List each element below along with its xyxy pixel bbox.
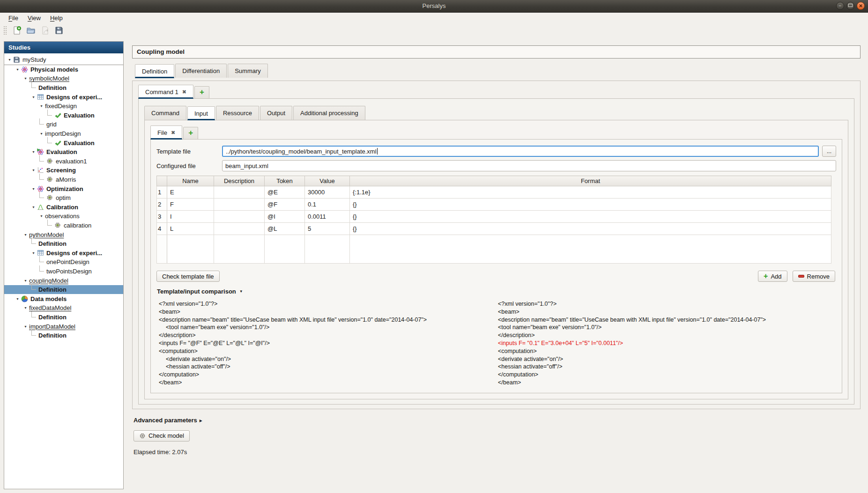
tree-item-definition[interactable]: Definition: [4, 239, 123, 249]
check-model-button[interactable]: Check model: [134, 430, 190, 441]
cell-format[interactable]: {}: [350, 223, 831, 235]
tree-item-amorris[interactable]: aMorris: [4, 175, 123, 184]
expander-icon[interactable]: ▼: [31, 169, 36, 172]
tree-item-couplingmodel[interactable]: ▼couplingModel: [4, 276, 123, 285]
open-study-button[interactable]: [24, 24, 37, 37]
save-button[interactable]: [52, 24, 65, 37]
file-tab-file[interactable]: File✖: [150, 125, 182, 140]
menu-item-help[interactable]: Help: [45, 13, 67, 23]
tree-item-optimization[interactable]: ▼Optimization: [4, 184, 123, 193]
tree-item-data-models[interactable]: ▼Data models: [4, 294, 123, 303]
remove-button[interactable]: Remove: [793, 271, 835, 282]
file-add-tab-button[interactable]: +: [183, 127, 198, 139]
section-tab-output[interactable]: Output: [260, 106, 292, 120]
tree-item-evaluation[interactable]: Evaluation: [4, 138, 123, 147]
tree-item-onepointdesign[interactable]: onePointDesign: [4, 258, 123, 267]
tree-item-twopointsdesign[interactable]: twoPointsDesign: [4, 267, 123, 276]
browse-button[interactable]: ...: [822, 146, 836, 157]
tree-item-grid[interactable]: grid: [4, 120, 123, 129]
tree-item-fixeddatamodel[interactable]: ▼fixedDataModel: [4, 303, 123, 313]
main-tab-differentiation[interactable]: Differentiation: [175, 64, 227, 78]
command-add-tab-button[interactable]: +: [194, 86, 209, 98]
cell-description[interactable]: [214, 199, 265, 211]
minimize-button[interactable]: −: [836, 2, 844, 10]
check-template-file-button[interactable]: Check template file: [156, 271, 220, 282]
cell-value[interactable]: 30000: [305, 186, 350, 199]
comparison-header[interactable]: Template/input comparison▼: [157, 288, 837, 295]
cell-token[interactable]: @I: [265, 211, 305, 223]
tree-item-physical-models[interactable]: ▼Physical models: [4, 65, 123, 74]
advanced-parameters-header[interactable]: Advanced parameters▸: [134, 417, 861, 424]
tree-item-definition[interactable]: Definition: [4, 285, 123, 294]
configured-file-input[interactable]: beam_input.xml: [222, 160, 836, 171]
section-tab-input[interactable]: Input: [187, 106, 215, 120]
cell-format[interactable]: {}: [350, 199, 831, 211]
expander-icon[interactable]: ▼: [23, 233, 28, 236]
close-tab-icon[interactable]: ✖: [182, 89, 186, 95]
section-tab-additional-processing[interactable]: Additional processing: [293, 106, 365, 120]
close-tab-icon[interactable]: ✖: [171, 130, 175, 136]
tree-item-definition[interactable]: Definition: [4, 83, 123, 93]
tree-item-evaluation[interactable]: Evaluation: [4, 111, 123, 120]
expander-icon[interactable]: ▼: [15, 68, 20, 71]
tree-item-calibration[interactable]: calibration: [4, 221, 123, 230]
expander-icon[interactable]: ▼: [7, 58, 12, 61]
expander-icon[interactable]: ▼: [23, 325, 28, 328]
tree-item-importdesign[interactable]: ▼importDesign: [4, 129, 123, 139]
cell-value[interactable]: 0.0011: [305, 211, 350, 223]
expander-icon[interactable]: ▼: [31, 206, 36, 209]
cell-name[interactable]: L: [167, 223, 214, 235]
cell-format[interactable]: {:1.1e}: [350, 186, 831, 199]
expander-icon[interactable]: ▼: [31, 150, 36, 154]
tree-item-calibration[interactable]: ▼Calibration: [4, 203, 123, 212]
expander-icon[interactable]: ▼: [23, 77, 28, 80]
cell-description[interactable]: [214, 186, 265, 199]
tree-item-evaluation1[interactable]: evaluation1: [4, 157, 123, 166]
command-tab-command-1[interactable]: Command 1✖: [138, 85, 193, 99]
cell-format[interactable]: {}: [350, 211, 831, 223]
tree-item-observations[interactable]: ▼observations: [4, 212, 123, 221]
tree-item-pythonmodel[interactable]: ▼pythonModel: [4, 230, 123, 239]
expander-icon[interactable]: ▼: [15, 297, 20, 301]
cell-description[interactable]: [214, 223, 265, 235]
cell-name[interactable]: E: [167, 186, 214, 199]
tree-item-designs-of-experi[interactable]: ▼Designs of experi...: [4, 92, 123, 102]
tree-item-optim[interactable]: optim: [4, 193, 123, 203]
tree-item-fixeddesign[interactable]: ▼fixedDesign: [4, 102, 123, 111]
expander-icon[interactable]: ▼: [39, 104, 44, 108]
cell-token[interactable]: @F: [265, 199, 305, 211]
close-button[interactable]: ✕: [857, 2, 865, 10]
cell-name[interactable]: I: [167, 211, 214, 223]
tree-item-screening[interactable]: ▼Screening: [4, 166, 123, 175]
main-tab-definition[interactable]: Definition: [135, 64, 174, 78]
menu-item-file[interactable]: File: [4, 13, 23, 23]
expander-icon[interactable]: ▼: [39, 132, 44, 135]
tree-item-designs-of-experi[interactable]: ▼Designs of experi...: [4, 248, 123, 258]
expander-icon[interactable]: ▼: [31, 251, 36, 255]
expander-icon[interactable]: ▼: [31, 187, 36, 191]
tree-item-mystudy[interactable]: ▼myStudy: [4, 55, 123, 65]
section-tab-ressource[interactable]: Ressource: [216, 106, 259, 120]
expander-icon[interactable]: ▼: [31, 96, 36, 99]
tree-item-importdatamodel[interactable]: ▼importDataModel: [4, 322, 123, 331]
menu-item-view[interactable]: View: [23, 13, 45, 23]
tree-item-evaluation[interactable]: ▼Evaluation: [4, 147, 123, 157]
expander-icon[interactable]: ▼: [39, 214, 44, 218]
template-file-input[interactable]: ../python/test/coupling_model/beam_input…: [222, 146, 819, 157]
main-tab-summary[interactable]: Summary: [228, 64, 268, 78]
cell-token[interactable]: @L: [265, 223, 305, 235]
cell-value[interactable]: 0.1: [305, 199, 350, 211]
cell-value[interactable]: 5: [305, 223, 350, 235]
cell-description[interactable]: [214, 211, 265, 223]
cell-token[interactable]: @E: [265, 186, 305, 199]
add-button[interactable]: +Add: [758, 271, 787, 282]
tree-item-definition[interactable]: Definition: [4, 313, 123, 322]
expander-icon[interactable]: ▼: [23, 279, 28, 282]
tree-item-symbolicmodel[interactable]: ▼symbolicModel: [4, 74, 123, 83]
toolbar-handle[interactable]: [3, 26, 7, 35]
cell-name[interactable]: F: [167, 199, 214, 211]
new-study-button[interactable]: [10, 24, 23, 37]
maximize-button[interactable]: [846, 2, 854, 10]
section-tab-command[interactable]: Command: [144, 106, 186, 120]
expander-icon[interactable]: ▼: [23, 306, 28, 309]
